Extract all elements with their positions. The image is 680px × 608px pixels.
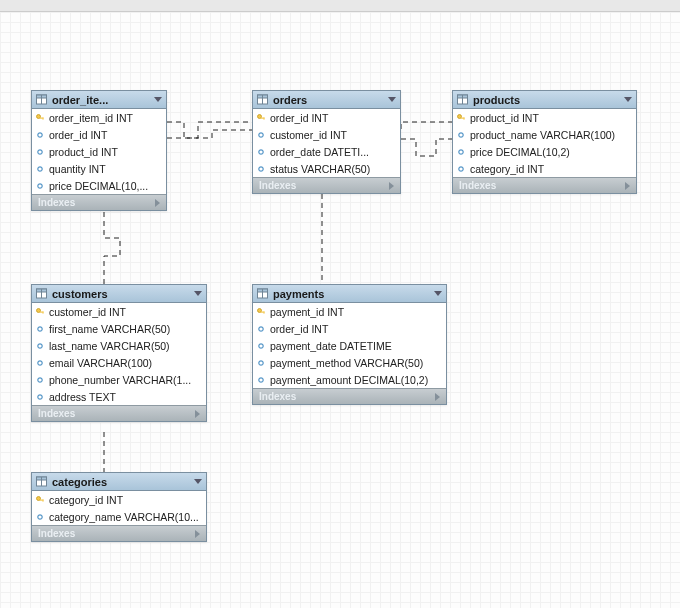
indexes-section[interactable]: Indexes [253,177,400,193]
column-icon [36,325,44,333]
chevron-down-icon[interactable] [154,97,162,102]
column-row[interactable]: quantity INT [32,160,166,177]
svg-point-7 [38,149,42,153]
column-row[interactable]: status VARCHAR(50) [253,160,400,177]
column-row[interactable]: payment_id INT [253,303,446,320]
table-header-products[interactable]: products [453,91,636,109]
table-title: orders [273,94,384,106]
column-icon [36,131,44,139]
column-row[interactable]: category_id INT [453,160,636,177]
column-row[interactable]: product_id INT [453,109,636,126]
column-row[interactable]: payment_date DATETIME [253,337,446,354]
indexes-label: Indexes [38,408,75,419]
column-label: first_name VARCHAR(50) [49,323,170,335]
column-label: payment_method VARCHAR(50) [270,357,423,369]
chevron-down-icon[interactable] [388,97,396,102]
indexes-label: Indexes [38,528,75,539]
svg-rect-44 [264,311,265,313]
column-label: payment_amount DECIMAL(10,2) [270,374,428,386]
column-row[interactable]: product_name VARCHAR(100) [453,126,636,143]
column-icon [257,359,265,367]
svg-point-35 [38,343,42,347]
column-row[interactable]: price DECIMAL(10,... [32,177,166,194]
svg-point-8 [38,166,42,170]
column-row[interactable]: payment_amount DECIMAL(10,2) [253,371,446,388]
indexes-section[interactable]: Indexes [32,525,206,541]
column-row[interactable]: order_item_id INT [32,109,166,126]
column-row[interactable]: order_id INT [253,109,400,126]
indexes-label: Indexes [259,391,296,402]
column-label: order_id INT [270,323,328,335]
indexes-section[interactable]: Indexes [453,177,636,193]
column-row[interactable]: order_date DATETI... [253,143,400,160]
table-header-categories[interactable]: categories [32,473,206,491]
column-label: quantity INT [49,163,106,175]
column-label: payment_date DATETIME [270,340,392,352]
column-row[interactable]: email VARCHAR(100) [32,354,206,371]
column-row[interactable]: price DECIMAL(10,2) [453,143,636,160]
column-label: order_id INT [270,112,328,124]
indexes-section[interactable]: Indexes [32,405,206,421]
table-order_items[interactable]: order_ite...order_item_id INTorder_id IN… [31,90,167,211]
column-icon [257,342,265,350]
er-diagram-canvas[interactable]: order_ite...order_item_id INTorder_id IN… [0,12,680,608]
table-customers[interactable]: customerscustomer_id INTfirst_name VARCH… [31,284,207,422]
table-header-order_items[interactable]: order_ite... [32,91,166,109]
top-toolbar-strip [0,0,680,12]
table-title: products [473,94,620,106]
table-icon [257,94,268,105]
table-header-payments[interactable]: payments [253,285,446,303]
column-row[interactable]: first_name VARCHAR(50) [32,320,206,337]
table-header-orders[interactable]: orders [253,91,400,109]
column-row[interactable]: address TEXT [32,388,206,405]
column-icon [257,131,265,139]
column-row[interactable]: payment_method VARCHAR(50) [253,354,446,371]
svg-point-9 [38,183,42,187]
table-header-customers[interactable]: customers [32,285,206,303]
table-orders[interactable]: ordersorder_id INTcustomer_id INTorder_d… [252,90,401,194]
column-label: category_name VARCHAR(10... [49,511,199,523]
svg-rect-5 [43,117,44,119]
column-row[interactable]: customer_id INT [32,303,206,320]
svg-point-38 [38,394,42,398]
column-row[interactable]: order_id INT [253,320,446,337]
indexes-label: Indexes [38,197,75,208]
column-row[interactable]: category_id INT [32,491,206,508]
svg-point-47 [259,360,263,364]
table-title: categories [52,476,190,488]
column-label: customer_id INT [49,306,126,318]
svg-rect-15 [264,117,265,119]
table-payments[interactable]: paymentspayment_id INTorder_id INTpaymen… [252,284,447,405]
column-row[interactable]: last_name VARCHAR(50) [32,337,206,354]
columns-list: payment_id INTorder_id INTpayment_date D… [253,303,446,388]
chevron-down-icon[interactable] [194,291,202,296]
column-label: status VARCHAR(50) [270,163,370,175]
indexes-section[interactable]: Indexes [253,388,446,404]
column-label: order_item_id INT [49,112,133,124]
primary-key-icon [36,496,44,504]
indexes-section[interactable]: Indexes [32,194,166,210]
column-label: phone_number VARCHAR(1... [49,374,191,386]
column-row[interactable]: category_name VARCHAR(10... [32,508,206,525]
table-products[interactable]: productsproduct_id INTproduct_name VARCH… [452,90,637,194]
table-categories[interactable]: categoriescategory_id INTcategory_name V… [31,472,207,542]
columns-list: category_id INTcategory_name VARCHAR(10.… [32,491,206,525]
column-icon [36,148,44,156]
chevron-down-icon[interactable] [624,97,632,102]
chevron-down-icon[interactable] [434,291,442,296]
column-row[interactable]: phone_number VARCHAR(1... [32,371,206,388]
connector-order_items-customers [104,212,120,284]
column-icon [257,148,265,156]
column-row[interactable]: product_id INT [32,143,166,160]
column-row[interactable]: order_id INT [32,126,166,143]
table-title: customers [52,288,190,300]
chevron-down-icon[interactable] [194,479,202,484]
chevron-right-icon [389,182,394,190]
column-icon [36,342,44,350]
column-label: price DECIMAL(10,... [49,180,148,192]
column-icon [36,513,44,521]
column-row[interactable]: customer_id INT [253,126,400,143]
svg-point-17 [259,149,263,153]
svg-point-16 [259,132,263,136]
column-label: order_id INT [49,129,107,141]
